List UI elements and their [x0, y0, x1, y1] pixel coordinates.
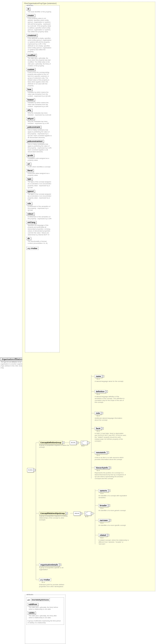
any-attr-ns: ##other [31, 247, 37, 250]
sequence-crg[interactable] [74, 512, 80, 516]
attr-name-howuri: howuri [26, 98, 35, 101]
attributes-box-2: attributes grp: timeValidityAttributes v… [25, 595, 65, 644]
attr-uri: uriA URI which identifies a concept. [26, 162, 58, 168]
attr-modified: modifiedThe date (and, optionally, the t… [26, 54, 58, 67]
attr-name-creator: creator [26, 14, 35, 17]
expand-icon[interactable]: + [107, 534, 109, 536]
elem-card-remoteInfo: 0..∞ [97, 454, 100, 456]
attr-name-validto: validto [27, 612, 36, 614]
expand-icon[interactable]: + [101, 412, 103, 414]
attr-type: typeThe type of the concept assigned as … [26, 178, 58, 188]
group-cdg-desc: A group of properties required to define… [39, 444, 71, 448]
elem-facet[interactable]: facet+ [95, 427, 102, 430]
attr-name-qcode: qcode [26, 154, 34, 157]
elem-remoteInfo[interactable]: remoteInfo+ [95, 451, 107, 454]
extension-label: FlexOrganisationPropType (extension) [24, 2, 57, 4]
elem-narrower[interactable]: narrower+ [99, 519, 109, 522]
any-elem-ns: ##other [43, 579, 50, 581]
expand-icon[interactable]: + [105, 390, 108, 393]
elem-label-definition: definition [96, 390, 105, 393]
elem-card-related: 0..∞ [101, 537, 104, 539]
attr-name-type: type [26, 178, 32, 180]
elem-definition[interactable]: definition+ [95, 390, 106, 393]
attr-name-roleuri: roleuri [26, 212, 34, 215]
elem-desc-hierarchyInfo: Represents the position of a concept in … [95, 472, 126, 480]
any-attribute: any ##other [26, 247, 38, 250]
attr-desc-id: The local identifier of the property. [28, 11, 52, 13]
attr-desc-custom: If set to true the corresponding propert… [28, 71, 52, 86]
attr-custom: customIf set to true the corresponding p… [26, 68, 58, 86]
sequence-cdg[interactable] [70, 441, 76, 445]
elem-broader[interactable]: broader+ [99, 504, 108, 507]
expand-icon[interactable]: + [109, 519, 111, 522]
expand-icon[interactable]: + [108, 490, 110, 492]
elem-label-broader: broader [100, 504, 107, 506]
attr-desc-qcode: A qualified code assigned as a property … [28, 157, 52, 161]
any-elem-desc: Extension point for provider-defined pro… [39, 584, 71, 588]
choice-crg[interactable] [85, 512, 91, 516]
elem-desc-sameAs: An identifier of a concept with equivale… [99, 495, 130, 498]
elem-label-remoteInfo: remoteInfo [96, 452, 106, 454]
attr-desc-type: The type of the concept assigned as a co… [28, 181, 52, 188]
attr-name-creatoruri: creatoruri [26, 34, 37, 37]
elem-organisation-details[interactable]: organisationDetails + [39, 563, 59, 566]
attr-name-pubconstraint: pubconstraint [26, 126, 41, 128]
attr-name-custom: custom [26, 68, 35, 71]
attr-whyuri: whyuriWhy the metadata has been included… [26, 117, 58, 124]
elem-sameAs[interactable]: sameAs+ [99, 489, 108, 492]
elem-note[interactable]: note+ [95, 412, 101, 415]
expand-icon[interactable]: + [102, 375, 104, 378]
attr-name-whyuri: whyuri [26, 117, 35, 120]
attr-how: howIndicates by which means the value wa… [26, 88, 58, 97]
elem-label-narrower: narrower [100, 519, 108, 522]
attr-desc-creatoruri: If the attribute is empty, specifies whi… [28, 37, 52, 52]
group-crg-desc: A group of properties required to indica… [39, 515, 71, 521]
attr-desc-pubconstraint: One or many constraints that apply to pu… [28, 129, 52, 138]
attr-name-id: id [26, 8, 30, 10]
elem-card-facet: 0..∞ [97, 430, 100, 432]
validity-group-name: timeValidityAttributes [31, 598, 50, 601]
group-cdg-label: ConceptDefinitionGroup [40, 442, 61, 444]
elem-label-note: note [96, 412, 100, 414]
validity-group-desc: A group of attributes expressing the tim… [27, 620, 61, 624]
attr-desc-whyuri: Why the metadata has been included - exp… [28, 120, 52, 124]
elem-label-related: related [100, 534, 106, 536]
choice-cdg[interactable] [81, 441, 87, 445]
expand-icon[interactable]: + [108, 504, 110, 507]
expand-icon[interactable]: + [109, 467, 111, 469]
elem-related[interactable]: related+ [99, 534, 107, 537]
expand-icon[interactable]: + [59, 564, 61, 566]
elem-label-hierarchyInfo: hierarchyInfo [96, 467, 108, 469]
elem-org-details-desc: A group of properties specific to an org… [39, 567, 71, 570]
group-concept-definition[interactable]: ConceptDefinitionGroup [39, 441, 63, 444]
validity-group-prefix: grp: [27, 599, 30, 601]
elem-desc-related: A related concept, where the relationshi… [99, 539, 130, 545]
group-concept-relationships[interactable]: ConceptRelationshipsGroup [39, 512, 66, 515]
group-crg-label: ConceptRelationshipsGroup [40, 512, 65, 514]
attr-name-how: how [26, 88, 32, 91]
attr-name-dir: dir [26, 237, 31, 240]
attr-name-uri: uri [26, 162, 31, 166]
elem-card-broader: 0..∞ [101, 507, 104, 509]
elem-desc-definition: A natural language definition of the sem… [95, 396, 126, 403]
expand-icon[interactable]: + [107, 452, 109, 454]
expand-icon[interactable]: + [101, 427, 104, 430]
attr-name-modified: modified [26, 54, 36, 57]
attr-qcode: qcodeA qualified code assigned as a prop… [26, 154, 58, 161]
elem-desc-facet: In NAR 1.8 and later: facet is deprecate… [95, 432, 126, 442]
any-element-other: any ##other [39, 578, 51, 581]
attr-creatoruri: creatoruriIf the attribute is empty, spe… [26, 34, 58, 52]
attr-desc-creator: If the property value is not defined, sp… [28, 17, 52, 32]
attr-pubconstrainturi: pubconstrainturiOne or many constraints … [26, 140, 58, 153]
elem-desc-name: A natural language name for the concept. [95, 380, 124, 382]
elem-name[interactable]: name+ [95, 375, 102, 378]
elem-hierarchyInfo[interactable]: hierarchyInfo+ [95, 466, 109, 469]
attr-desc-uri: A URI which identifies a concept. [28, 166, 52, 168]
choice-cdg-card: 0..∞ [82, 445, 85, 447]
attr-desc-typeuri: The type of the concept assigned as a co… [28, 193, 52, 201]
attr-desc-how: Indicates by which means the value was e… [28, 91, 52, 97]
attr-desc-modified: The date (and, optionally, the time) whe… [28, 57, 52, 67]
attr-xml:lang: xml:langSpecifies the language of this p… [26, 221, 58, 236]
attr-name-role: role [26, 202, 32, 205]
sequence-main[interactable] [27, 468, 34, 472]
